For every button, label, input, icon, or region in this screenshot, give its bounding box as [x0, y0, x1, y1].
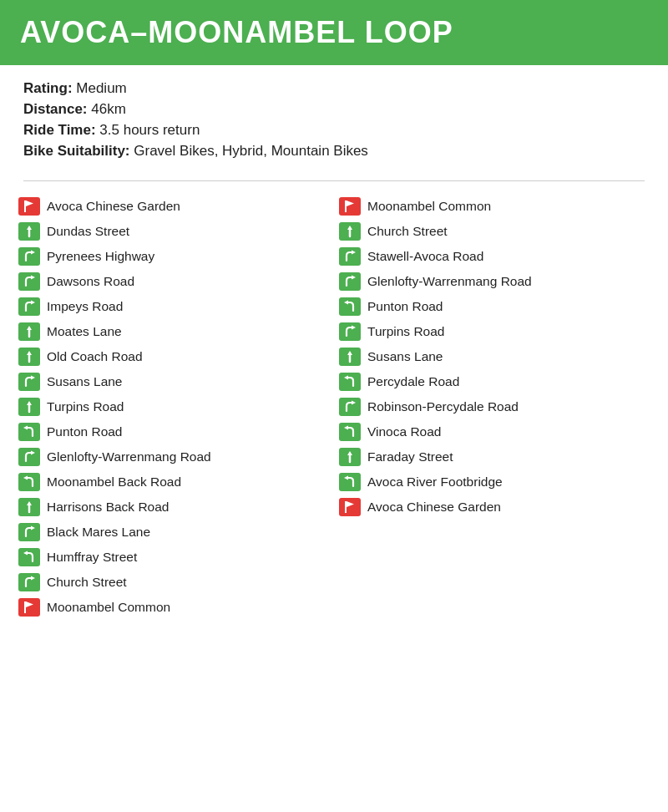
- route-label: Robinson-Percydale Road: [367, 399, 519, 414]
- list-item: Stawell-Avoca Road: [334, 245, 655, 268]
- list-item: Moonambel Common: [13, 596, 334, 619]
- svg-marker-15: [31, 451, 35, 455]
- list-item: Church Street: [334, 220, 655, 243]
- route-label: Punton Road: [367, 299, 443, 314]
- svg-marker-39: [344, 476, 348, 480]
- list-item: Moates Lane: [13, 320, 334, 343]
- list-item: Moonambel Back Road: [13, 470, 334, 494]
- ride-time-label: Ride Time:: [23, 122, 96, 138]
- straight-icon: [18, 222, 40, 241]
- route-label: Black Mares Lane: [47, 525, 150, 540]
- left-icon: [18, 548, 40, 566]
- route-label: Humffray Street: [47, 550, 137, 565]
- svg-rect-0: [24, 200, 26, 212]
- list-item: Avoca Chinese Garden: [334, 495, 655, 519]
- list-item: Punton Road: [13, 420, 334, 444]
- svg-marker-21: [31, 576, 35, 581]
- svg-rect-24: [345, 200, 347, 212]
- svg-marker-27: [347, 226, 352, 230]
- list-item: Humffray Street: [13, 546, 334, 569]
- svg-marker-8: [27, 326, 32, 330]
- flag-icon: [18, 197, 40, 216]
- svg-marker-3: [27, 226, 32, 230]
- list-item: Avoca Chinese Garden: [13, 195, 334, 218]
- list-item: Dawsons Road: [13, 270, 334, 293]
- page-header: AVOCA–MOONAMBEL LOOP: [0, 0, 668, 65]
- svg-marker-25: [347, 200, 354, 206]
- svg-marker-35: [352, 401, 356, 405]
- straight-icon: [18, 398, 40, 416]
- rating-row: Rating: Medium: [23, 80, 645, 97]
- info-section: Rating: Medium Distance: 46km Ride Time:…: [0, 65, 668, 172]
- route-label: Glenlofty-Warrenmang Road: [47, 449, 211, 464]
- route-label: Pyrenees Highway: [47, 249, 154, 264]
- svg-marker-36: [344, 426, 348, 430]
- svg-marker-33: [347, 351, 352, 355]
- route-label: Glenlofty-Warrenmang Road: [367, 274, 532, 289]
- svg-marker-41: [347, 501, 354, 507]
- route-label: Dawsons Road: [47, 274, 134, 289]
- ride-time-value: 3.5 hours return: [99, 122, 200, 138]
- route-label: Church Street: [47, 575, 127, 590]
- list-item: Turpins Road: [334, 320, 655, 343]
- distance-value: 46km: [91, 101, 126, 117]
- left-column: Avoca Chinese Garden Dundas Street Pyren…: [13, 195, 334, 619]
- right-icon: [18, 247, 40, 266]
- route-section: Avoca Chinese Garden Dundas Street Pyren…: [0, 190, 668, 636]
- straight-icon: [339, 448, 361, 466]
- straight-icon: [339, 222, 361, 241]
- list-item: Church Street: [13, 571, 334, 594]
- svg-rect-40: [345, 501, 347, 513]
- list-item: Impeys Road: [13, 295, 334, 318]
- svg-marker-19: [31, 526, 35, 530]
- svg-marker-20: [23, 551, 28, 556]
- route-label: Moonambel Common: [367, 199, 491, 214]
- route-label: Susans Lane: [47, 374, 123, 389]
- list-item: Pyrenees Highway: [13, 245, 334, 268]
- left-icon: [18, 423, 40, 441]
- route-label: Avoca Chinese Garden: [367, 500, 501, 515]
- right-icon: [18, 373, 40, 391]
- svg-marker-6: [31, 301, 35, 305]
- route-label: Church Street: [367, 224, 448, 239]
- list-item: Dundas Street: [13, 220, 334, 243]
- svg-marker-38: [347, 451, 352, 455]
- bike-label: Bike Suitability:: [23, 143, 130, 159]
- section-divider: [23, 180, 645, 181]
- page-title: AVOCA–MOONAMBEL LOOP: [20, 15, 648, 50]
- route-label: Vinoca Road: [367, 424, 441, 439]
- svg-marker-13: [27, 401, 32, 405]
- svg-marker-11: [31, 376, 35, 380]
- straight-icon: [18, 498, 40, 516]
- route-label: Percydale Road: [367, 374, 459, 389]
- left-icon: [339, 373, 361, 391]
- right-icon: [339, 247, 361, 266]
- route-label: Avoca River Footbridge: [367, 475, 503, 490]
- svg-marker-29: [352, 276, 356, 280]
- list-item: Percydale Road: [334, 370, 655, 393]
- right-icon: [18, 272, 40, 291]
- left-icon: [339, 297, 361, 316]
- list-item: Turpins Road: [13, 395, 334, 419]
- svg-marker-16: [23, 476, 28, 480]
- right-icon: [339, 322, 361, 341]
- list-item: Punton Road: [334, 295, 655, 318]
- distance-label: Distance:: [23, 101, 88, 117]
- bike-row: Bike Suitability: Gravel Bikes, Hybrid, …: [23, 143, 645, 160]
- svg-marker-34: [344, 376, 348, 380]
- right-icon: [18, 523, 40, 541]
- route-label: Moates Lane: [47, 324, 122, 339]
- flag-icon: [339, 197, 361, 216]
- right-icon: [339, 398, 361, 416]
- route-label: Moonambel Common: [47, 600, 170, 615]
- left-icon: [339, 423, 361, 441]
- svg-marker-4: [31, 251, 35, 255]
- list-item: Moonambel Common: [334, 195, 655, 218]
- svg-rect-22: [24, 601, 26, 613]
- route-label: Turpins Road: [367, 324, 444, 339]
- flag-icon: [18, 598, 40, 617]
- rating-label: Rating:: [23, 80, 73, 96]
- route-label: Turpins Road: [47, 399, 124, 414]
- list-item: Black Mares Lane: [13, 520, 334, 544]
- right-icon: [18, 573, 40, 591]
